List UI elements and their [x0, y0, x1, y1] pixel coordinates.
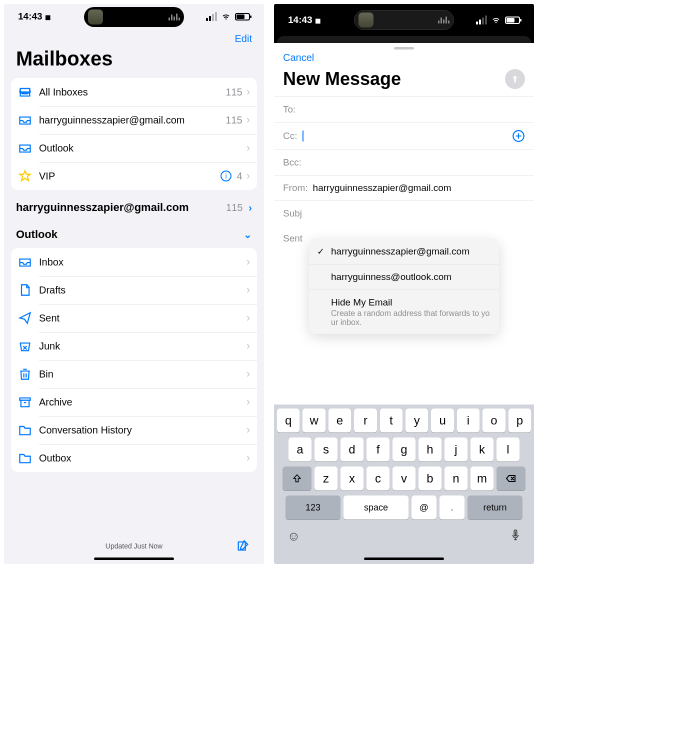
mailbox-label: VIP: [39, 170, 220, 182]
mailbox-outlook[interactable]: Outlook ›: [11, 134, 257, 162]
key-a[interactable]: a: [288, 438, 312, 462]
key-k[interactable]: k: [470, 438, 494, 462]
add-contact-button[interactable]: [512, 130, 525, 142]
key-shift[interactable]: [282, 466, 312, 490]
star-icon: [18, 169, 32, 183]
key-v[interactable]: v: [392, 466, 416, 490]
mailbox-all-inboxes[interactable]: All Inboxes 115 ›: [11, 78, 257, 106]
status-bar: 14:43 ◼: [274, 4, 534, 36]
folder-drafts[interactable]: Drafts›: [11, 276, 257, 304]
key-g[interactable]: g: [392, 438, 416, 462]
chevron-right-icon: ›: [246, 114, 250, 126]
chevron-right-icon: ›: [248, 202, 252, 214]
mailbox-label: Outlook: [39, 142, 246, 154]
mailbox-gmail[interactable]: harryguinnesszapier@gmail.com 115 ›: [11, 106, 257, 134]
chevron-right-icon: ›: [246, 142, 250, 154]
folder-label: Drafts: [39, 284, 246, 296]
junk-icon: [18, 339, 32, 353]
cellular-icon: [476, 16, 487, 24]
to-label: To:: [283, 104, 296, 115]
mailbox-vip[interactable]: VIP i 4 ›: [11, 162, 257, 190]
option-label: Hide My Email: [331, 297, 392, 308]
compose-button[interactable]: [236, 539, 250, 553]
status-bar: 14:43 ◼: [4, 4, 264, 29]
option-label: harryguinness@outlook.com: [331, 272, 491, 282]
folder-label: Inbox: [39, 256, 246, 268]
home-indicator[interactable]: [94, 558, 174, 560]
archive-icon: [18, 395, 32, 409]
mailbox-label: All Inboxes: [39, 86, 226, 98]
from-option-gmail[interactable]: ✓ harryguinnesszapier@gmail.com: [309, 239, 499, 264]
key-m[interactable]: m: [470, 466, 494, 490]
key-space[interactable]: space: [344, 496, 408, 520]
dynamic-island: [84, 7, 184, 27]
dictation-button[interactable]: [510, 528, 521, 544]
key-j[interactable]: j: [444, 438, 468, 462]
from-address-menu: ✓ harryguinnesszapier@gmail.com harrygui…: [309, 239, 499, 334]
from-option-hide-my-email[interactable]: Hide My Email Create a random address th…: [309, 290, 499, 334]
key-u[interactable]: u: [431, 408, 454, 432]
wifi-icon: [491, 15, 501, 25]
cc-label: Cc:: [283, 130, 298, 142]
key-l[interactable]: l: [496, 438, 520, 462]
subject-field[interactable]: Subj: [274, 200, 534, 226]
edit-button[interactable]: Edit: [235, 33, 252, 44]
svg-text:i: i: [225, 172, 226, 180]
key-q[interactable]: q: [277, 408, 300, 432]
key-t[interactable]: t: [380, 408, 402, 432]
folder-conversation-history[interactable]: Conversation History›: [11, 416, 257, 444]
emoji-button[interactable]: ☺: [287, 528, 300, 544]
key-h[interactable]: h: [418, 438, 442, 462]
chevron-right-icon: ›: [246, 256, 250, 268]
folder-bin[interactable]: Bin›: [11, 360, 257, 388]
account-section-gmail[interactable]: harryguinnesszapier@gmail.com 115 ›: [4, 192, 264, 219]
key-d[interactable]: d: [340, 438, 364, 462]
key-x[interactable]: x: [340, 466, 364, 490]
cellular-icon: [206, 12, 217, 21]
key-backspace[interactable]: [496, 466, 526, 490]
key-s[interactable]: s: [314, 438, 338, 462]
key-c[interactable]: c: [366, 466, 390, 490]
key-i[interactable]: i: [457, 408, 480, 432]
folder-label: Conversation History: [39, 424, 246, 436]
key-return[interactable]: return: [468, 496, 522, 520]
key-z[interactable]: z: [314, 466, 338, 490]
folder-inbox[interactable]: Inbox›: [11, 248, 257, 276]
bcc-field[interactable]: Bcc:: [274, 150, 534, 175]
chevron-down-icon: ⌄: [244, 228, 252, 240]
folder-junk[interactable]: Junk›: [11, 332, 257, 360]
paperplane-icon: [18, 311, 32, 325]
folder-sent[interactable]: Sent›: [11, 304, 257, 332]
from-field[interactable]: From: harryguinnesszapier@gmail.com: [274, 175, 534, 200]
key-n[interactable]: n: [444, 466, 468, 490]
info-icon[interactable]: i: [220, 170, 232, 182]
send-button[interactable]: [505, 69, 525, 89]
dynamic-island: [354, 10, 454, 30]
home-indicator[interactable]: [364, 558, 444, 560]
key-at[interactable]: @: [412, 496, 436, 520]
account-section-outlook[interactable]: Outlook ⌄: [4, 219, 264, 246]
to-field[interactable]: To:: [274, 96, 534, 122]
from-option-outlook[interactable]: harryguinness@outlook.com: [309, 264, 499, 290]
audio-bars-icon: [438, 16, 450, 24]
subject-label-partial: Subj: [283, 208, 302, 219]
folder-archive[interactable]: Archive›: [11, 388, 257, 416]
key-e[interactable]: e: [328, 408, 351, 432]
key-p[interactable]: p: [508, 408, 531, 432]
key-y[interactable]: y: [406, 408, 428, 432]
key-f[interactable]: f: [366, 438, 390, 462]
sheet-grabber[interactable]: [394, 47, 414, 50]
chevron-right-icon: ›: [246, 312, 250, 324]
key-123[interactable]: 123: [286, 496, 340, 520]
key-w[interactable]: w: [302, 408, 325, 432]
key-o[interactable]: o: [482, 408, 505, 432]
compose-title: New Message: [283, 68, 401, 90]
key-r[interactable]: r: [354, 408, 376, 432]
key-b[interactable]: b: [418, 466, 442, 490]
folder-outbox[interactable]: Outbox›: [11, 444, 257, 472]
mailbox-count: 4: [237, 170, 242, 182]
key-dot[interactable]: .: [440, 496, 464, 520]
cc-field[interactable]: Cc:: [274, 122, 534, 150]
status-time: 14:43 ◼: [288, 14, 321, 26]
section-count: 115: [226, 202, 242, 214]
